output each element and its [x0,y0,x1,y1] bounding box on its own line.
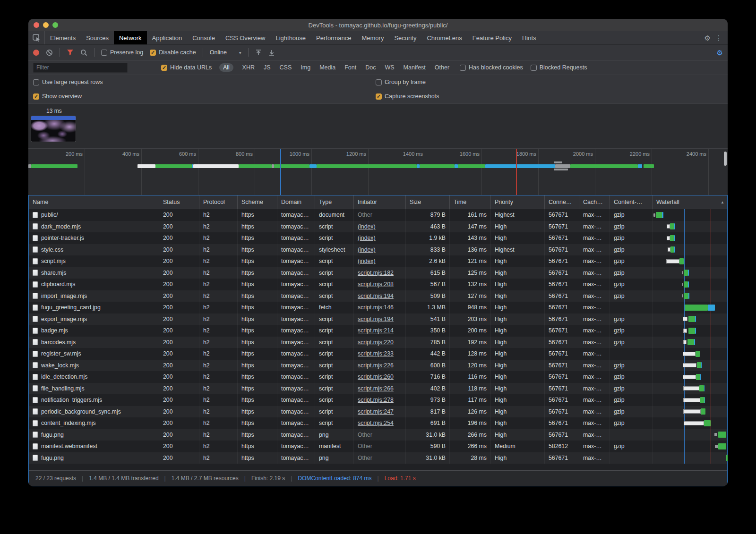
tab-feature-policy[interactable]: Feature Policy [467,31,517,44]
request-row[interactable]: style.css200h2httpstomayac…stylesheet(in… [29,244,727,256]
type-filter-doc[interactable]: Doc [365,64,376,71]
column-header-name[interactable]: Name [29,195,159,209]
tab-chromelens[interactable]: ChromeLens [421,31,467,44]
column-header-type[interactable]: Type [315,195,354,209]
type-filter-media[interactable]: Media [319,64,335,71]
hide-data-urls-checkbox[interactable]: ✓ Hide data URLs [161,64,212,71]
initiator-link[interactable]: script.mjs:194 [358,293,394,299]
request-row[interactable]: import_image.mjs200h2httpstomayac…script… [29,290,727,302]
blocked-requests-checkbox[interactable]: Blocked Requests [531,64,587,71]
request-row[interactable]: file_handling.mjs200h2httpstomayac…scrip… [29,383,727,395]
initiator-link[interactable]: script.mjs:247 [358,408,394,415]
initiator-link[interactable]: script.mjs:182 [358,270,394,276]
column-header-time[interactable]: Time [450,195,491,209]
request-row[interactable]: barcodes.mjs200h2httpstomayac…scriptscri… [29,337,727,348]
request-row[interactable]: script.mjs200h2httpstomayac…script(index… [29,255,727,267]
request-row[interactable]: wake_lock.mjs200h2httpstomayac…scriptscr… [29,360,727,372]
type-filter-css[interactable]: CSS [280,64,292,71]
clear-icon[interactable] [46,49,53,56]
initiator-link[interactable]: script.mjs:214 [358,327,394,334]
request-row[interactable]: export_image.mjs200h2httpstomayac…script… [29,314,727,325]
type-filter-all[interactable]: All [219,63,233,72]
network-overview[interactable]: 200 ms400 ms600 ms800 ms1000 ms1200 ms14… [28,148,728,195]
tab-sources[interactable]: Sources [81,31,114,44]
initiator-link[interactable]: script.mjs:146 [358,304,394,311]
export-har-icon[interactable] [268,49,275,56]
initiator-link[interactable]: (index) [358,223,376,230]
initiator-link[interactable]: script.mjs:220 [358,339,394,346]
type-filter-other[interactable]: Other [435,64,449,71]
column-header-priority[interactable]: Priority [491,195,545,209]
tab-application[interactable]: Application [147,31,188,44]
initiator-link[interactable]: (index) [358,235,376,241]
has-blocked-cookies-checkbox[interactable]: Has blocked cookies [460,64,523,71]
initiator-link[interactable]: script.mjs:194 [358,316,394,322]
initiator-link[interactable]: script.mjs:278 [358,397,394,403]
initiator-link[interactable]: script.mjs:254 [358,420,394,426]
group-by-frame-checkbox[interactable]: Group by frame [376,79,426,85]
request-row[interactable]: register_sw.mjs200h2httpstomayac…scripts… [29,348,727,360]
request-row[interactable]: fugu.png200h2httpstomayac…pngOther31.0 k… [29,452,727,464]
request-row[interactable]: idle_detection.mjs200h2httpstomayac…scri… [29,371,727,383]
network-settings-gear-icon[interactable]: ⚙ [717,49,723,56]
request-row[interactable]: public/200h2httpstomayac…documentOther87… [29,209,727,221]
filmstrip-screenshot[interactable] [31,116,76,142]
sort-ascending-icon[interactable]: ▲ [721,200,724,204]
type-filter-xhr[interactable]: XHR [242,64,255,71]
tab-performance[interactable]: Performance [311,31,356,44]
request-row[interactable]: notification_triggers.mjs200h2httpstomay… [29,394,727,406]
tab-network[interactable]: Network [114,31,147,44]
tab-memory[interactable]: Memory [356,31,389,44]
type-filter-manifest[interactable]: Manifest [404,64,426,71]
tab-elements[interactable]: Elements [45,31,81,44]
filter-input[interactable] [33,63,128,73]
request-row[interactable]: pointer-tracker.js200h2httpstomayac…scri… [29,232,727,244]
column-header-conne[interactable]: Conne… [545,195,579,209]
request-row[interactable]: clipboard.mjs200h2httpstomayac…scriptscr… [29,279,727,290]
initiator-link[interactable]: script.mjs:226 [358,362,394,369]
more-options-icon[interactable]: ⋮ [715,34,722,41]
overview-scrollbar-thumb[interactable] [724,152,727,166]
tab-css-overview[interactable]: CSS Overview [220,31,271,44]
column-header-initiator[interactable]: Initiator [354,195,406,209]
tab-console[interactable]: Console [187,31,220,44]
minimize-window-button[interactable] [43,22,49,28]
request-row[interactable]: fugu.png200h2httpstomayac…pngOther31.0 k… [29,429,727,441]
search-icon[interactable] [80,49,87,56]
column-header-size[interactable]: Size [406,195,450,209]
type-filter-font[interactable]: Font [344,64,356,71]
initiator-link[interactable]: (index) [358,246,376,253]
request-row[interactable]: periodic_background_sync.mjs200h2httpsto… [29,406,727,418]
initiator-link[interactable]: script.mjs:266 [358,385,394,392]
throttling-dropdown[interactable]: Online ▾ [210,49,241,56]
preserve-log-checkbox[interactable]: Preserve log [101,49,143,56]
tab-hints[interactable]: Hints [517,31,541,44]
initiator-link[interactable]: script.mjs:233 [358,350,394,357]
tab-lighthouse[interactable]: Lighthouse [270,31,311,44]
request-row[interactable]: manifest.webmanifest200h2httpstomayac…ma… [29,441,727,452]
tab-security[interactable]: Security [389,31,421,44]
use-large-request-rows-checkbox[interactable]: Use large request rows [33,79,103,85]
request-row[interactable]: fugu_greeting_card.jpg200h2httpstomayac…… [29,302,727,314]
column-header-cach[interactable]: Cach… [579,195,610,209]
column-header-domain[interactable]: Domain [277,195,315,209]
maximize-window-button[interactable] [52,22,58,28]
import-har-icon[interactable] [255,49,262,56]
type-filter-ws[interactable]: WS [385,64,394,71]
request-row[interactable]: share.mjs200h2httpstomayac…scriptscript.… [29,267,727,279]
close-window-button[interactable] [34,22,39,28]
column-header-waterfall[interactable]: Waterfall▲ [653,195,728,209]
request-row[interactable]: badge.mjs200h2httpstomayac…scriptscript.… [29,325,727,337]
column-header-status[interactable]: Status [159,195,199,209]
initiator-link[interactable]: (index) [358,258,376,264]
show-overview-checkbox[interactable]: ✓ Show overview [33,93,82,100]
capture-screenshots-checkbox[interactable]: ✓ Capture screenshots [376,93,439,100]
request-row[interactable]: dark_mode.mjs200h2httpstomayac…script(in… [29,221,727,233]
inspect-element-button[interactable] [28,31,45,44]
record-icon[interactable] [33,50,39,56]
type-filter-img[interactable]: Img [301,64,310,71]
request-row[interactable]: content_indexing.mjs200h2httpstomayac…sc… [29,417,727,429]
column-header-content[interactable]: Content-… [610,195,653,209]
initiator-link[interactable]: script.mjs:260 [358,373,394,380]
settings-gear-icon[interactable]: ⚙ [704,34,711,42]
